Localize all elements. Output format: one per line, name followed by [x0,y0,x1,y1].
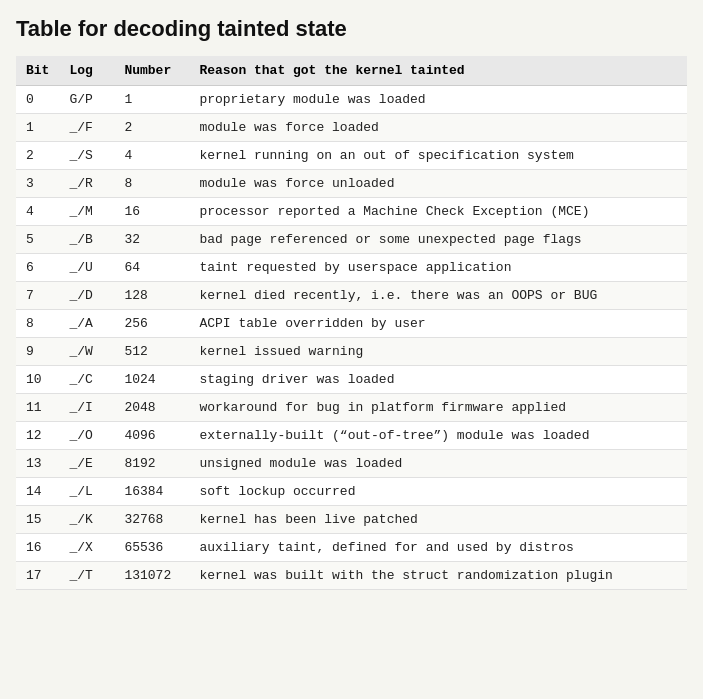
cell-log: _/O [59,422,114,450]
table-row: 3_/R8module was force unloaded [16,170,687,198]
cell-number: 4 [114,142,189,170]
cell-bit: 1 [16,114,59,142]
cell-number: 65536 [114,534,189,562]
cell-reason: ACPI table overridden by user [189,310,687,338]
table-row: 16_/X65536auxiliary taint, defined for a… [16,534,687,562]
cell-number: 32768 [114,506,189,534]
cell-bit: 13 [16,450,59,478]
table-row: 15_/K32768kernel has been live patched [16,506,687,534]
cell-reason: workaround for bug in platform firmware … [189,394,687,422]
cell-reason: bad page referenced or some unexpected p… [189,226,687,254]
cell-number: 2 [114,114,189,142]
cell-reason: staging driver was loaded [189,366,687,394]
page-title: Table for decoding tainted state [16,16,687,42]
cell-number: 16 [114,198,189,226]
cell-log: _/K [59,506,114,534]
table-row: 8_/A256ACPI table overridden by user [16,310,687,338]
table-row: 4_/M16processor reported a Machine Check… [16,198,687,226]
cell-log: _/R [59,170,114,198]
cell-number: 1 [114,86,189,114]
cell-reason: module was force unloaded [189,170,687,198]
cell-log: _/M [59,198,114,226]
cell-bit: 14 [16,478,59,506]
cell-log: _/I [59,394,114,422]
cell-reason: proprietary module was loaded [189,86,687,114]
cell-log: G/P [59,86,114,114]
cell-log: _/S [59,142,114,170]
cell-bit: 6 [16,254,59,282]
cell-reason: kernel issued warning [189,338,687,366]
table-row: 6_/U64taint requested by userspace appli… [16,254,687,282]
cell-bit: 10 [16,366,59,394]
cell-reason: soft lockup occurred [189,478,687,506]
cell-bit: 4 [16,198,59,226]
cell-number: 4096 [114,422,189,450]
cell-number: 8192 [114,450,189,478]
table-row: 17_/T131072kernel was built with the str… [16,562,687,590]
col-header-number: Number [114,56,189,86]
cell-log: _/A [59,310,114,338]
cell-log: _/D [59,282,114,310]
cell-reason: kernel running on an out of specificatio… [189,142,687,170]
cell-number: 8 [114,170,189,198]
cell-bit: 7 [16,282,59,310]
table-row: 1_/F2module was force loaded [16,114,687,142]
table-row: 5_/B32bad page referenced or some unexpe… [16,226,687,254]
cell-reason: module was force loaded [189,114,687,142]
cell-number: 1024 [114,366,189,394]
cell-log: _/U [59,254,114,282]
cell-reason: kernel has been live patched [189,506,687,534]
cell-number: 512 [114,338,189,366]
cell-bit: 5 [16,226,59,254]
cell-log: _/W [59,338,114,366]
cell-log: _/L [59,478,114,506]
cell-reason: auxiliary taint, defined for and used by… [189,534,687,562]
cell-reason: kernel died recently, i.e. there was an … [189,282,687,310]
cell-log: _/F [59,114,114,142]
cell-bit: 11 [16,394,59,422]
cell-bit: 0 [16,86,59,114]
table-row: 11_/I2048workaround for bug in platform … [16,394,687,422]
table-row: 9_/W512kernel issued warning [16,338,687,366]
cell-reason: externally-built (“out-of-tree”) module … [189,422,687,450]
cell-bit: 15 [16,506,59,534]
cell-bit: 3 [16,170,59,198]
cell-log: _/E [59,450,114,478]
cell-bit: 2 [16,142,59,170]
cell-reason: taint requested by userspace application [189,254,687,282]
table-row: 14_/L16384soft lockup occurred [16,478,687,506]
cell-bit: 12 [16,422,59,450]
table-row: 7_/D128kernel died recently, i.e. there … [16,282,687,310]
table-row: 2_/S4kernel running on an out of specifi… [16,142,687,170]
table-row: 10_/C1024staging driver was loaded [16,366,687,394]
table-row: 13_/E8192unsigned module was loaded [16,450,687,478]
cell-log: _/B [59,226,114,254]
cell-bit: 9 [16,338,59,366]
cell-log: _/X [59,534,114,562]
cell-log: _/C [59,366,114,394]
cell-number: 16384 [114,478,189,506]
cell-bit: 8 [16,310,59,338]
cell-bit: 17 [16,562,59,590]
cell-number: 64 [114,254,189,282]
cell-number: 131072 [114,562,189,590]
cell-number: 2048 [114,394,189,422]
cell-reason: processor reported a Machine Check Excep… [189,198,687,226]
cell-reason: unsigned module was loaded [189,450,687,478]
taint-table: Bit Log Number Reason that got the kerne… [16,56,687,590]
cell-number: 32 [114,226,189,254]
table-header-row: Bit Log Number Reason that got the kerne… [16,56,687,86]
cell-log: _/T [59,562,114,590]
cell-reason: kernel was built with the struct randomi… [189,562,687,590]
cell-number: 128 [114,282,189,310]
col-header-reason: Reason that got the kernel tainted [189,56,687,86]
table-row: 12_/O4096externally-built (“out-of-tree”… [16,422,687,450]
cell-number: 256 [114,310,189,338]
col-header-log: Log [59,56,114,86]
cell-bit: 16 [16,534,59,562]
col-header-bit: Bit [16,56,59,86]
table-row: 0G/P1proprietary module was loaded [16,86,687,114]
